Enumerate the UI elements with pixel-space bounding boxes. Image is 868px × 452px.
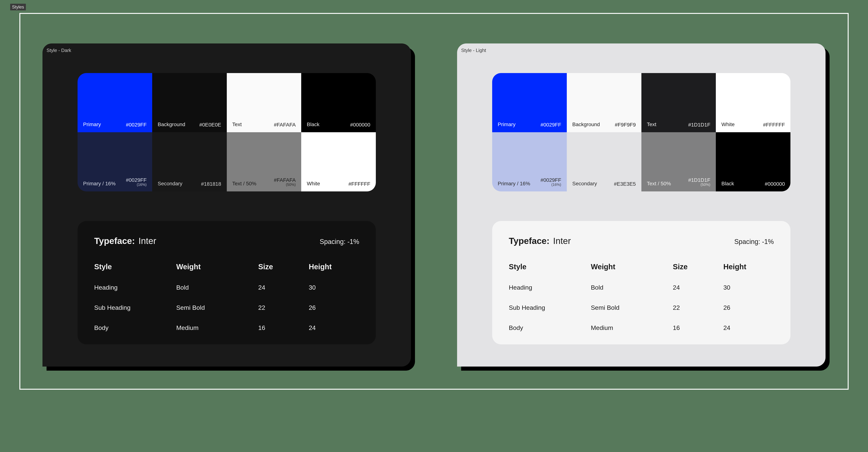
table-cell: 22	[673, 304, 723, 311]
swatch-name: Secondary	[158, 181, 183, 187]
table-cell: 24	[309, 324, 359, 332]
swatch-hex: #181818	[201, 181, 221, 187]
typography-table: StyleWeightSizeHeightHeadingBold2430Sub …	[94, 263, 359, 332]
table-cell: 26	[723, 304, 774, 311]
table-cell: 22	[258, 304, 309, 311]
typeface-label: Typeface:	[94, 236, 135, 246]
swatch-hex: #F9F9F9	[615, 122, 636, 128]
table-cell: Medium	[591, 324, 673, 332]
table-cell: Semi Bold	[176, 304, 258, 311]
color-swatch: Primary#0029FF	[78, 73, 152, 132]
swatch-hex: #FAFAFA	[274, 122, 296, 128]
swatch-grid-dark: Primary#0029FFBackground#0E0E0EText#FAFA…	[78, 73, 376, 191]
color-swatch: Text#1D1D1F	[641, 73, 716, 132]
typeface-name: Inter	[136, 236, 156, 246]
table-header: Weight	[591, 263, 673, 271]
swatch-name: Text / 50%	[647, 181, 671, 187]
swatch-name: Primary	[498, 121, 516, 128]
table-cell: Sub Heading	[509, 304, 591, 311]
swatch-hex: #0E0E0E	[199, 122, 221, 128]
table-cell: 16	[258, 324, 309, 332]
style-card-light-label: Style - Light	[461, 48, 486, 53]
swatch-name: Text / 50%	[232, 181, 256, 187]
table-header: Weight	[176, 263, 258, 271]
swatch-hex: #0029FF	[540, 122, 561, 128]
color-swatch: Primary / 16%#0029FF(16%)	[78, 132, 152, 191]
swatch-hex: #FAFAFA(50%)	[274, 177, 296, 187]
swatch-hex: #1D1D1F	[688, 122, 710, 128]
typography-header: Typeface: InterSpacing: -1%	[94, 236, 359, 246]
swatch-name: White	[721, 121, 735, 128]
table-cell: Semi Bold	[591, 304, 673, 311]
section-badge: Styles	[10, 4, 26, 10]
table-cell: 24	[258, 284, 309, 291]
swatch-name: Primary / 16%	[498, 181, 530, 187]
table-cell: 16	[673, 324, 723, 332]
table-header: Style	[509, 263, 591, 271]
color-swatch: White#FFFFFF	[301, 132, 376, 191]
swatch-hex: #E3E3E5	[614, 181, 636, 187]
spacing-label: Spacing: -1%	[320, 238, 359, 246]
color-swatch: Background#0E0E0E	[152, 73, 227, 132]
swatch-hex: #000000	[350, 122, 370, 128]
swatch-name: Black	[307, 121, 319, 128]
swatch-hex-sub: (16%)	[126, 183, 147, 187]
table-cell: 30	[309, 284, 359, 291]
table-cell: Sub Heading	[94, 304, 176, 311]
table-cell: 30	[723, 284, 774, 291]
swatch-hex-sub: (16%)	[540, 183, 561, 187]
color-swatch: Black#000000	[301, 73, 376, 132]
swatch-name: Black	[721, 181, 734, 187]
swatch-hex: #0029FF	[126, 122, 147, 128]
table-cell: 24	[723, 324, 774, 332]
swatch-hex-sub: (50%)	[688, 183, 710, 187]
table-header: Size	[673, 263, 723, 271]
table-cell: Heading	[94, 284, 176, 291]
table-header: Size	[258, 263, 309, 271]
swatch-name: Text	[232, 121, 242, 128]
swatch-hex: #000000	[765, 181, 785, 187]
spacing-label: Spacing: -1%	[734, 238, 774, 246]
table-cell: Bold	[591, 284, 673, 291]
typography-table: StyleWeightSizeHeightHeadingBold2430Sub …	[509, 263, 774, 332]
table-cell: Medium	[176, 324, 258, 332]
color-swatch: Text / 50%#1D1D1F(50%)	[641, 132, 716, 191]
swatch-grid-light: Primary#0029FFBackground#F9F9F9Text#1D1D…	[492, 73, 790, 191]
color-swatch: Primary / 16%#0029FF(16%)	[492, 132, 567, 191]
swatch-name: Secondary	[572, 181, 597, 187]
swatch-name: Text	[647, 121, 656, 128]
swatch-name: Primary	[83, 121, 101, 128]
color-swatch: Text#FAFAFA	[227, 73, 301, 132]
swatch-hex: #1D1D1F(50%)	[688, 177, 710, 187]
swatch-hex: #0029FF(16%)	[540, 177, 561, 187]
color-swatch: Secondary#181818	[152, 132, 227, 191]
swatch-name: White	[307, 181, 320, 187]
table-header: Style	[94, 263, 176, 271]
swatch-hex: #FFFFFF	[348, 181, 370, 187]
typeface-label: Typeface:	[509, 236, 550, 246]
typography-panel-light: Typeface: InterSpacing: -1%StyleWeightSi…	[492, 221, 790, 344]
table-cell: Body	[94, 324, 176, 332]
table-cell: Bold	[176, 284, 258, 291]
table-cell: 26	[309, 304, 359, 311]
style-card-light: Style - Light Primary#0029FFBackground#F…	[457, 44, 826, 367]
table-cell: 24	[673, 284, 723, 291]
color-swatch: Text / 50%#FAFAFA(50%)	[227, 132, 301, 191]
color-swatch: Secondary#E3E3E5	[567, 132, 641, 191]
color-swatch: White#FFFFFF	[716, 73, 790, 132]
swatch-hex: #0029FF(16%)	[126, 177, 147, 187]
swatch-name: Primary / 16%	[83, 181, 116, 187]
style-card-dark: Style - Dark Primary#0029FFBackground#0E…	[42, 44, 411, 367]
page-frame: Style - Dark Primary#0029FFBackground#0E…	[20, 13, 848, 390]
swatch-name: Background	[158, 121, 185, 128]
table-header: Height	[309, 263, 359, 271]
style-card-dark-label: Style - Dark	[46, 48, 71, 53]
table-header: Height	[723, 263, 774, 271]
swatch-hex-sub: (50%)	[274, 183, 296, 187]
typography-header: Typeface: InterSpacing: -1%	[509, 236, 774, 246]
table-cell: Heading	[509, 284, 591, 291]
color-swatch: Black#000000	[716, 132, 790, 191]
table-cell: Body	[509, 324, 591, 332]
color-swatch: Primary#0029FF	[492, 73, 567, 132]
color-swatch: Background#F9F9F9	[567, 73, 641, 132]
